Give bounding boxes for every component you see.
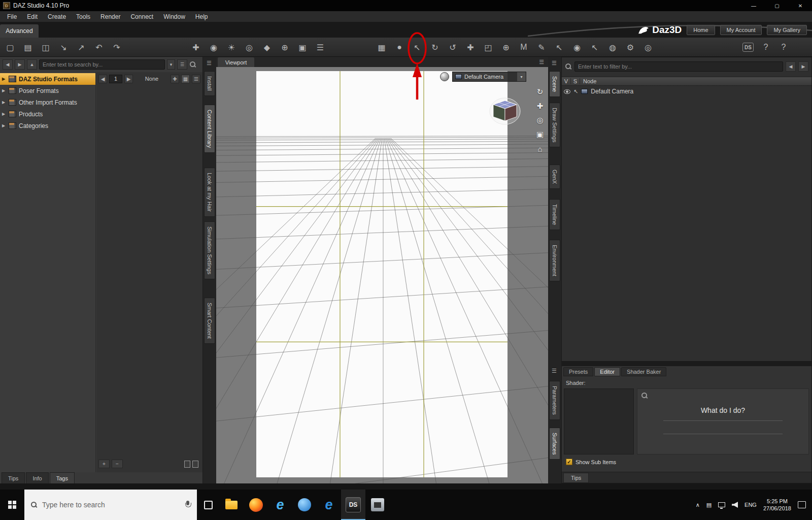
dock-tab-look-at-my-hair[interactable]: Look at my Hair <box>204 168 215 217</box>
menu-window[interactable]: Window <box>158 12 190 22</box>
hidden-icons-chevron[interactable]: ∧ <box>696 502 700 508</box>
scene-item-default-camera[interactable]: ↖ Default Camera <box>562 86 811 96</box>
menu-connect[interactable]: Connect <box>125 12 158 22</box>
new-node-icon[interactable]: ✚ <box>189 40 203 55</box>
open-file-icon[interactable]: ▤ <box>21 40 35 55</box>
start-button[interactable] <box>0 490 24 520</box>
scene-next-button[interactable]: ▶ <box>798 61 808 72</box>
clock[interactable]: 5:25 PM 27/06/2018 <box>763 498 791 512</box>
tab-presets[interactable]: Presets <box>563 367 593 376</box>
paste-page-icon[interactable] <box>192 461 198 468</box>
copy-page-icon[interactable] <box>184 461 190 468</box>
search-dropdown-button[interactable]: ▾ <box>167 59 175 70</box>
grid-view-button[interactable]: ▦ <box>181 75 190 83</box>
filter-options-button[interactable]: ☰ <box>177 59 187 70</box>
new-light-icon[interactable]: ☀ <box>224 40 239 55</box>
camera-selection-tool-icon[interactable]: ◉ <box>570 40 584 55</box>
menu-help[interactable]: Help <box>190 12 213 22</box>
tree-item-daz-studio-formats[interactable]: ▶ DAZ Studio Formats <box>0 73 95 85</box>
twist-tool-icon[interactable]: ↺ <box>446 40 460 55</box>
expand-icon[interactable]: ▶ <box>2 77 6 81</box>
expand-icon[interactable]: ▶ <box>2 123 6 128</box>
tab-advanced[interactable]: Advanced <box>0 24 39 38</box>
taskbar-app-internet-explorer[interactable]: e <box>268 490 292 520</box>
universal-tool-icon[interactable]: ⊕ <box>499 40 513 55</box>
scene-filter-input[interactable] <box>574 61 783 72</box>
orbit-tool-icon[interactable]: ↻ <box>534 86 546 98</box>
new-spotlight-icon[interactable]: ◎ <box>242 40 256 55</box>
up-level-button[interactable]: ▲ <box>27 59 37 70</box>
surface-search-icon[interactable] <box>641 392 648 399</box>
add-view-button[interactable]: ✚ <box>171 75 179 83</box>
panel-splitter[interactable] <box>561 362 812 366</box>
scene-prev-button[interactable]: ◀ <box>786 61 796 72</box>
surfaces-pane-options-icon[interactable]: ☰ <box>552 368 557 374</box>
layout-grid-tool-icon[interactable]: ▦ <box>375 40 389 55</box>
action-center-icon[interactable] <box>798 501 806 508</box>
tree-item-categories[interactable]: ▶ Categories <box>0 120 95 132</box>
selectable-cursor-icon[interactable]: ↖ <box>573 88 578 95</box>
taskbar-search[interactable] <box>24 490 197 520</box>
taskbar-app-edge[interactable]: e <box>317 490 341 520</box>
tree-item-poser-formats[interactable]: ▶ Poser Formats <box>0 85 95 96</box>
menu-tools[interactable]: Tools <box>71 12 95 22</box>
language-indicator[interactable]: ENG <box>745 502 757 508</box>
my-account-button[interactable]: My Account <box>720 25 762 35</box>
minimize-button[interactable]: — <box>742 0 765 11</box>
remove-content-button[interactable]: − <box>112 460 123 468</box>
zoom-tool-icon[interactable]: ◎ <box>534 115 546 126</box>
sort-mode-label[interactable]: None <box>135 76 168 82</box>
dock-tab-genx[interactable]: GenX <box>549 165 560 189</box>
pan-tool-icon[interactable]: ✚ <box>534 101 546 112</box>
taskbar-app-round[interactable] <box>292 490 317 520</box>
translate-tool-icon[interactable]: ✚ <box>463 40 478 55</box>
reset-view-icon[interactable]: ⌂ <box>534 143 546 154</box>
surface-selection-tool-icon[interactable]: M <box>517 40 531 55</box>
align-tool-icon[interactable]: ☰ <box>313 40 327 55</box>
new-camera-icon[interactable]: ◉ <box>207 40 221 55</box>
page-next-button[interactable]: ▶ <box>124 75 133 83</box>
tab-shader-baker[interactable]: Shader Baker <box>621 367 666 376</box>
taskbar-app-tool[interactable] <box>365 490 390 520</box>
dock-tab-content-library[interactable]: Content Library <box>204 105 215 153</box>
figure-selection-tool-icon[interactable]: ↖ <box>552 40 566 55</box>
maximize-button[interactable]: ▢ <box>765 0 789 11</box>
menu-file[interactable]: File <box>2 12 22 22</box>
daz-connect-icon[interactable]: DS <box>741 40 755 55</box>
dock-tab-scene[interactable]: Scene <box>549 71 560 97</box>
import-file-icon[interactable]: ↘ <box>56 40 71 55</box>
save-file-icon[interactable]: ◫ <box>39 40 53 55</box>
dock-tab-smart-content[interactable]: Smart Content <box>204 298 215 344</box>
new-file-icon[interactable]: ▢ <box>3 40 17 55</box>
tab-tips[interactable]: Tips <box>2 472 25 483</box>
new-null-icon[interactable]: ⊕ <box>278 40 292 55</box>
volume-icon[interactable] <box>732 502 738 508</box>
undo-icon[interactable]: ↶ <box>92 40 106 55</box>
frame-tool-icon[interactable]: ▣ <box>534 129 546 140</box>
visibility-eye-icon[interactable] <box>564 89 570 94</box>
rotate-tool-icon[interactable]: ↻ <box>428 40 442 55</box>
sphere-tool-icon[interactable]: ◍ <box>605 40 620 55</box>
tree-item-other-import-formats[interactable]: ▶ Other Import Formats <box>0 96 95 108</box>
view-cube-gizmo[interactable] <box>487 96 523 128</box>
dock-tab-surfaces[interactable]: Surfaces <box>549 428 560 460</box>
new-primitive-icon[interactable]: ◆ <box>260 40 274 55</box>
home-button[interactable]: Home <box>687 25 715 35</box>
redo-icon[interactable]: ↷ <box>110 40 124 55</box>
viewport-pane-options-icon[interactable]: ☰ <box>539 59 544 66</box>
my-gallery-button[interactable]: My Gallery <box>767 25 807 35</box>
scale-tool-icon[interactable]: ◰ <box>481 40 495 55</box>
tree-item-products[interactable]: ▶ Products <box>0 108 95 120</box>
dock-tab-draw-settings[interactable]: Draw Settings <box>549 103 560 147</box>
paint-tool-icon[interactable]: ✎ <box>534 40 549 55</box>
close-button[interactable]: ✕ <box>789 0 812 11</box>
scene-pane-options-icon[interactable]: ☰ <box>552 60 557 67</box>
nav-forward-button[interactable]: ▶ <box>15 59 25 70</box>
tab-tags[interactable]: Tags <box>50 472 75 483</box>
new-group-icon[interactable]: ▣ <box>295 40 310 55</box>
taskbar-app-file-explorer[interactable] <box>219 490 244 520</box>
dock-tab-timeline[interactable]: Timeline <box>549 199 560 230</box>
node-selection-tool-icon[interactable]: ↖ <box>410 40 424 55</box>
menu-create[interactable]: Create <box>43 12 71 22</box>
draw-style-sphere-icon[interactable] <box>440 72 449 81</box>
